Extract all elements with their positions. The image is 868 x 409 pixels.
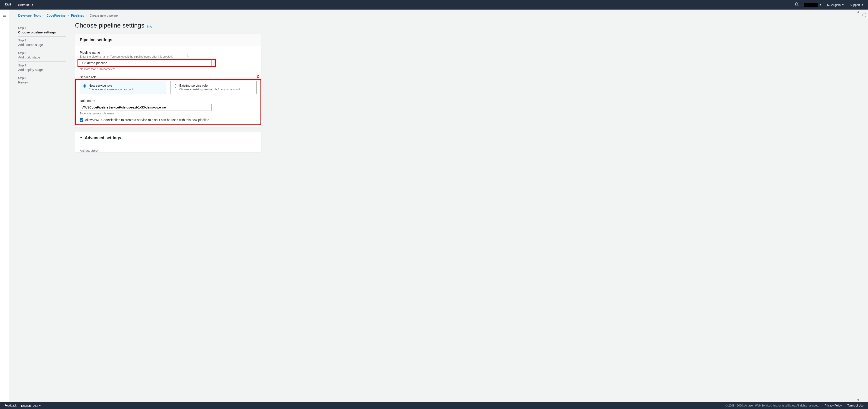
existing-service-role-radio[interactable] xyxy=(174,84,177,88)
annotation-label-1: 1 xyxy=(187,53,189,57)
pipeline-settings-panel: Pipeline settings Pipeline name Enter th… xyxy=(75,34,261,127)
role-name-input[interactable] xyxy=(80,104,212,111)
scroll-up-icon[interactable]: ▲ xyxy=(857,10,860,13)
step-title: Choose pipeline settings xyxy=(18,30,66,34)
new-service-role-tile[interactable]: New service role Create a service role i… xyxy=(80,81,166,94)
caret-down-icon: ▼ xyxy=(39,405,41,407)
caret-down-icon: ▼ xyxy=(861,4,864,6)
step-title: Add source stage xyxy=(18,43,66,47)
services-menu[interactable]: Services ▼ xyxy=(18,3,34,7)
annotation-label-2: 2 xyxy=(257,75,259,79)
step-number: Step 1 xyxy=(18,26,66,30)
artifact-store-label: Artifact store xyxy=(80,149,257,152)
language-label: English (US) xyxy=(21,404,38,407)
wizard-step-5[interactable]: Step 5 Review xyxy=(18,74,66,86)
new-role-desc: Create a service role in your account xyxy=(89,88,133,91)
footer-left: Feedback English (US) ▼ xyxy=(4,404,41,407)
chevron-right-icon: › xyxy=(68,13,69,17)
page-title: Choose pipeline settings xyxy=(75,22,144,29)
panel-header: Pipeline settings xyxy=(75,34,261,46)
advanced-settings-panel: ▼ Advanced settings Artifact store xyxy=(75,132,261,153)
wizard-step-2[interactable]: Step 2 Add source stage xyxy=(18,37,66,49)
step-title: Add deploy stage xyxy=(18,68,66,72)
region-menu[interactable]: N. Virginia ▼ xyxy=(827,3,844,7)
service-role-label: Service role xyxy=(80,75,257,79)
info-link[interactable]: Info xyxy=(147,25,152,28)
breadcrumb-developer-tools[interactable]: Developer Tools xyxy=(18,13,41,17)
breadcrumb-current: Create new pipeline xyxy=(90,13,118,17)
allow-create-role-row: Allow AWS CodePipeline to create a servi… xyxy=(80,118,225,122)
new-service-role-radio[interactable] xyxy=(83,84,86,88)
pipeline-name-label: Pipeline name xyxy=(80,51,257,54)
caret-down-icon: ▼ xyxy=(842,4,844,6)
allow-create-role-checkbox[interactable] xyxy=(80,118,83,122)
chevron-right-icon: › xyxy=(43,13,44,17)
footer: Feedback English (US) ▼ © 2008 - 2020, A… xyxy=(0,402,868,409)
side-panel-toggle-col: ☰ xyxy=(0,9,9,402)
caret-down-icon: ▼ xyxy=(80,136,83,140)
notifications-icon[interactable] xyxy=(795,2,799,7)
caret-down-icon: ▼ xyxy=(819,4,822,6)
aws-logo[interactable]: aws xyxy=(4,2,11,7)
role-name-label: Role name xyxy=(80,99,257,103)
pipeline-name-hint: No more than 100 characters xyxy=(80,67,257,71)
advanced-settings-title: Advanced settings xyxy=(85,136,121,140)
new-role-title: New service role xyxy=(89,84,133,87)
existing-role-title: Existing service role xyxy=(179,84,240,87)
service-role-group: Service role 2 New service role Create a… xyxy=(80,75,257,122)
page-columns: Step 1 Choose pipeline settings Step 2 A… xyxy=(18,20,851,157)
annotation-highlight-1: 1 xyxy=(80,60,214,66)
pipeline-name-input[interactable] xyxy=(80,60,212,66)
terms-link[interactable]: Terms of Use xyxy=(847,404,864,407)
wizard-step-1[interactable]: Step 1 Choose pipeline settings xyxy=(18,24,66,37)
breadcrumb-pipelines[interactable]: Pipelines xyxy=(71,13,84,17)
content-area: ▲ Developer Tools › CodePipeline › Pipel… xyxy=(9,9,860,402)
scroll-down-icon[interactable]: ▼ xyxy=(857,399,860,402)
step-number: Step 5 xyxy=(18,77,66,80)
wizard-navigation: Step 1 Choose pipeline settings Step 2 A… xyxy=(18,20,66,157)
step-number: Step 3 xyxy=(18,51,66,55)
footer-right: © 2008 - 2020, Amazon Web Services, Inc.… xyxy=(725,404,864,407)
region-label: N. Virginia xyxy=(827,3,841,7)
chevron-right-icon: › xyxy=(86,13,88,17)
advanced-settings-body: Artifact store xyxy=(75,144,261,152)
wizard-step-3[interactable]: Step 3 Add build stage xyxy=(18,49,66,62)
account-menu[interactable]: ▼ xyxy=(804,3,822,7)
breadcrumb-codepipeline[interactable]: CodePipeline xyxy=(46,13,65,17)
tile-text: Existing service role Choose an existing… xyxy=(179,84,240,91)
existing-service-role-tile[interactable]: Existing service role Choose an existing… xyxy=(170,81,257,94)
feedback-link[interactable]: Feedback xyxy=(4,404,17,407)
main-row: ☰ ▲ Developer Tools › CodePipeline › Pip… xyxy=(0,9,868,402)
language-selector[interactable]: English (US) ▼ xyxy=(21,404,41,407)
role-name-group: Role name Type your service role name xyxy=(80,99,257,115)
allow-create-role-label[interactable]: Allow AWS CodePipeline to create a servi… xyxy=(85,118,209,122)
support-menu[interactable]: Support ▼ xyxy=(850,3,864,7)
advanced-settings-toggle[interactable]: ▼ Advanced settings xyxy=(75,132,261,144)
copyright-text: © 2008 - 2020, Amazon Web Services, Inc.… xyxy=(725,404,819,407)
top-nav-left: aws Services ▼ xyxy=(4,2,34,7)
privacy-link[interactable]: Privacy Policy xyxy=(825,404,842,407)
role-name-hint: Type your service role name xyxy=(80,112,257,115)
step-title: Review xyxy=(18,81,66,84)
account-name-redacted xyxy=(804,3,818,7)
service-role-radio-group: New service role Create a service role i… xyxy=(80,81,257,94)
support-label: Support xyxy=(850,3,860,7)
tile-text: New service role Create a service role i… xyxy=(89,84,133,91)
step-number: Step 2 xyxy=(18,39,66,42)
main-content: Choose pipeline settings Info Pipeline s… xyxy=(75,20,261,157)
existing-role-desc: Choose an existing service role from you… xyxy=(179,88,240,91)
panel-body: Pipeline name Enter the pipeline name. Y… xyxy=(75,46,261,127)
caret-down-icon: ▼ xyxy=(32,4,34,6)
step-number: Step 4 xyxy=(18,64,66,67)
wizard-step-4[interactable]: Step 4 Add deploy stage xyxy=(18,62,66,74)
info-icon[interactable]: i xyxy=(862,13,866,17)
page-heading: Choose pipeline settings Info xyxy=(75,22,261,29)
hamburger-icon[interactable]: ☰ xyxy=(3,13,6,402)
annotation-highlight-2: 2 New service role Create a service role… xyxy=(80,81,257,122)
services-label: Services xyxy=(18,3,30,7)
breadcrumb: Developer Tools › CodePipeline › Pipelin… xyxy=(18,9,851,20)
top-nav-right: ▼ N. Virginia ▼ Support ▼ xyxy=(795,2,864,7)
step-title: Add build stage xyxy=(18,56,66,59)
pipeline-name-group: Pipeline name Enter the pipeline name. Y… xyxy=(80,51,257,71)
top-navigation: aws Services ▼ ▼ N. Virginia ▼ Support ▼ xyxy=(0,0,868,9)
